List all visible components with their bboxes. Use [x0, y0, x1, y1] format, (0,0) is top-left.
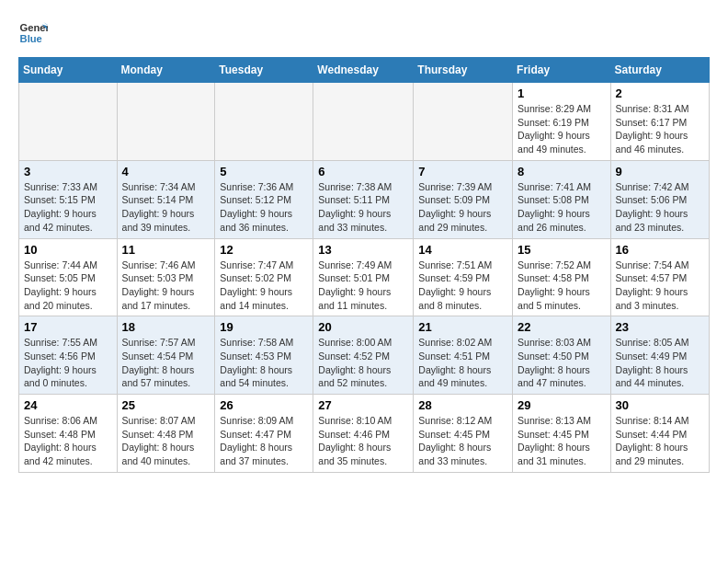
day-number: 7: [418, 165, 507, 178]
day-number: 29: [518, 398, 606, 412]
day-number: 2: [616, 86, 704, 100]
day-number: 8: [518, 165, 606, 178]
day-info: Sunrise: 7:34 AMSunset: 5:14 PMDaylight:…: [122, 180, 210, 235]
day-number: 14: [418, 243, 507, 257]
day-number: 1: [518, 86, 606, 100]
day-info: Sunrise: 7:47 AMSunset: 5:02 PMDaylight:…: [220, 259, 308, 313]
weekday-header-row: SundayMondayTuesdayWednesdayThursdayFrid…: [19, 58, 710, 83]
calendar-cell: 25Sunrise: 8:07 AMSunset: 4:48 PMDayligh…: [117, 395, 215, 473]
day-info: Sunrise: 7:33 AMSunset: 5:15 PMDaylight:…: [24, 180, 112, 235]
calendar-cell: 8Sunrise: 7:41 AMSunset: 5:08 PMDaylight…: [513, 160, 611, 238]
day-number: 19: [220, 320, 308, 334]
day-info: Sunrise: 8:06 AMSunset: 4:48 PMDaylight:…: [24, 414, 112, 468]
calendar-cell: 29Sunrise: 8:13 AMSunset: 4:45 PMDayligh…: [513, 395, 611, 473]
day-info: Sunrise: 8:29 AMSunset: 6:19 PMDaylight:…: [518, 102, 606, 156]
day-number: 16: [616, 243, 704, 257]
calendar-cell: 5Sunrise: 7:36 AMSunset: 5:12 PMDaylight…: [215, 160, 313, 238]
day-number: 9: [616, 165, 704, 178]
calendar-cell: 15Sunrise: 7:52 AMSunset: 4:58 PMDayligh…: [513, 238, 611, 316]
day-number: 13: [318, 243, 408, 257]
calendar-week-row: 3Sunrise: 7:33 AMSunset: 5:15 PMDaylight…: [19, 160, 710, 238]
day-info: Sunrise: 7:39 AMSunset: 5:09 PMDaylight:…: [418, 180, 507, 235]
calendar-cell: [313, 83, 414, 161]
calendar-week-row: 24Sunrise: 8:06 AMSunset: 4:48 PMDayligh…: [19, 395, 710, 473]
calendar-cell: [117, 83, 215, 161]
calendar-cell: [215, 83, 313, 161]
day-info: Sunrise: 7:44 AMSunset: 5:05 PMDaylight:…: [24, 259, 112, 313]
weekday-header-saturday: Saturday: [610, 58, 709, 83]
calendar-cell: 3Sunrise: 7:33 AMSunset: 5:15 PMDaylight…: [19, 160, 118, 238]
calendar-cell: 24Sunrise: 8:06 AMSunset: 4:48 PMDayligh…: [19, 395, 118, 473]
day-info: Sunrise: 7:57 AMSunset: 4:54 PMDaylight:…: [122, 336, 210, 390]
svg-text:Blue: Blue: [20, 33, 42, 44]
weekday-header-tuesday: Tuesday: [215, 58, 313, 83]
calendar-cell: 13Sunrise: 7:49 AMSunset: 5:01 PMDayligh…: [313, 238, 414, 316]
calendar-cell: 27Sunrise: 8:10 AMSunset: 4:46 PMDayligh…: [313, 395, 414, 473]
calendar-cell: 11Sunrise: 7:46 AMSunset: 5:03 PMDayligh…: [117, 238, 215, 316]
day-number: 10: [24, 243, 112, 257]
day-info: Sunrise: 8:14 AMSunset: 4:44 PMDaylight:…: [616, 414, 704, 468]
logo-icon: General Blue: [18, 18, 48, 48]
day-info: Sunrise: 8:03 AMSunset: 4:50 PMDaylight:…: [518, 336, 606, 390]
day-number: 21: [418, 320, 507, 334]
calendar-cell: 7Sunrise: 7:39 AMSunset: 5:09 PMDaylight…: [414, 160, 513, 238]
calendar-cell: 1Sunrise: 8:29 AMSunset: 6:19 PMDaylight…: [513, 83, 611, 161]
day-number: 3: [24, 165, 112, 178]
day-number: 4: [122, 165, 210, 178]
day-number: 17: [24, 320, 112, 334]
calendar-cell: [19, 83, 118, 161]
day-info: Sunrise: 7:36 AMSunset: 5:12 PMDaylight:…: [220, 180, 308, 235]
day-number: 11: [122, 243, 210, 257]
calendar-week-row: 10Sunrise: 7:44 AMSunset: 5:05 PMDayligh…: [19, 238, 710, 316]
day-number: 6: [318, 165, 408, 178]
calendar-cell: 4Sunrise: 7:34 AMSunset: 5:14 PMDaylight…: [117, 160, 215, 238]
weekday-header-sunday: Sunday: [19, 58, 118, 83]
day-number: 26: [220, 398, 308, 412]
day-number: 5: [220, 165, 308, 178]
day-info: Sunrise: 7:51 AMSunset: 4:59 PMDaylight:…: [418, 259, 507, 313]
day-info: Sunrise: 7:55 AMSunset: 4:56 PMDaylight:…: [24, 336, 112, 390]
calendar-cell: 23Sunrise: 8:05 AMSunset: 4:49 PMDayligh…: [610, 316, 709, 395]
calendar-cell: 10Sunrise: 7:44 AMSunset: 5:05 PMDayligh…: [19, 238, 118, 316]
weekday-header-monday: Monday: [117, 58, 215, 83]
calendar-cell: 19Sunrise: 7:58 AMSunset: 4:53 PMDayligh…: [215, 316, 313, 395]
weekday-header-wednesday: Wednesday: [313, 58, 414, 83]
logo: General Blue: [18, 18, 51, 48]
calendar-cell: 21Sunrise: 8:02 AMSunset: 4:51 PMDayligh…: [414, 316, 513, 395]
calendar-cell: 26Sunrise: 8:09 AMSunset: 4:47 PMDayligh…: [215, 395, 313, 473]
day-info: Sunrise: 7:49 AMSunset: 5:01 PMDaylight:…: [318, 259, 408, 313]
day-number: 28: [418, 398, 507, 412]
day-number: 23: [616, 320, 704, 334]
day-info: Sunrise: 8:12 AMSunset: 4:45 PMDaylight:…: [418, 414, 507, 468]
page-header: General Blue: [18, 18, 710, 48]
day-number: 22: [518, 320, 606, 334]
day-info: Sunrise: 8:09 AMSunset: 4:47 PMDaylight:…: [220, 414, 308, 468]
day-info: Sunrise: 7:46 AMSunset: 5:03 PMDaylight:…: [122, 259, 210, 313]
day-info: Sunrise: 8:07 AMSunset: 4:48 PMDaylight:…: [122, 414, 210, 468]
weekday-header-friday: Friday: [513, 58, 611, 83]
day-info: Sunrise: 8:00 AMSunset: 4:52 PMDaylight:…: [318, 336, 408, 390]
day-info: Sunrise: 7:52 AMSunset: 4:58 PMDaylight:…: [518, 259, 606, 313]
weekday-header-thursday: Thursday: [414, 58, 513, 83]
svg-text:General: General: [20, 22, 48, 33]
day-number: 15: [518, 243, 606, 257]
calendar-cell: 30Sunrise: 8:14 AMSunset: 4:44 PMDayligh…: [610, 395, 709, 473]
day-info: Sunrise: 7:41 AMSunset: 5:08 PMDaylight:…: [518, 180, 606, 235]
calendar-table: SundayMondayTuesdayWednesdayThursdayFrid…: [18, 57, 710, 473]
calendar-cell: 16Sunrise: 7:54 AMSunset: 4:57 PMDayligh…: [610, 238, 709, 316]
calendar-cell: 14Sunrise: 7:51 AMSunset: 4:59 PMDayligh…: [414, 238, 513, 316]
day-info: Sunrise: 8:31 AMSunset: 6:17 PMDaylight:…: [616, 102, 704, 156]
day-info: Sunrise: 7:38 AMSunset: 5:11 PMDaylight:…: [318, 180, 408, 235]
day-number: 25: [122, 398, 210, 412]
calendar-cell: 6Sunrise: 7:38 AMSunset: 5:11 PMDaylight…: [313, 160, 414, 238]
day-info: Sunrise: 8:13 AMSunset: 4:45 PMDaylight:…: [518, 414, 606, 468]
day-number: 27: [318, 398, 408, 412]
calendar-cell: 18Sunrise: 7:57 AMSunset: 4:54 PMDayligh…: [117, 316, 215, 395]
day-info: Sunrise: 7:54 AMSunset: 4:57 PMDaylight:…: [616, 259, 704, 313]
calendar-cell: 20Sunrise: 8:00 AMSunset: 4:52 PMDayligh…: [313, 316, 414, 395]
calendar-cell: [414, 83, 513, 161]
day-info: Sunrise: 7:58 AMSunset: 4:53 PMDaylight:…: [220, 336, 308, 390]
day-number: 12: [220, 243, 308, 257]
calendar-week-row: 17Sunrise: 7:55 AMSunset: 4:56 PMDayligh…: [19, 316, 710, 395]
calendar-cell: 12Sunrise: 7:47 AMSunset: 5:02 PMDayligh…: [215, 238, 313, 316]
